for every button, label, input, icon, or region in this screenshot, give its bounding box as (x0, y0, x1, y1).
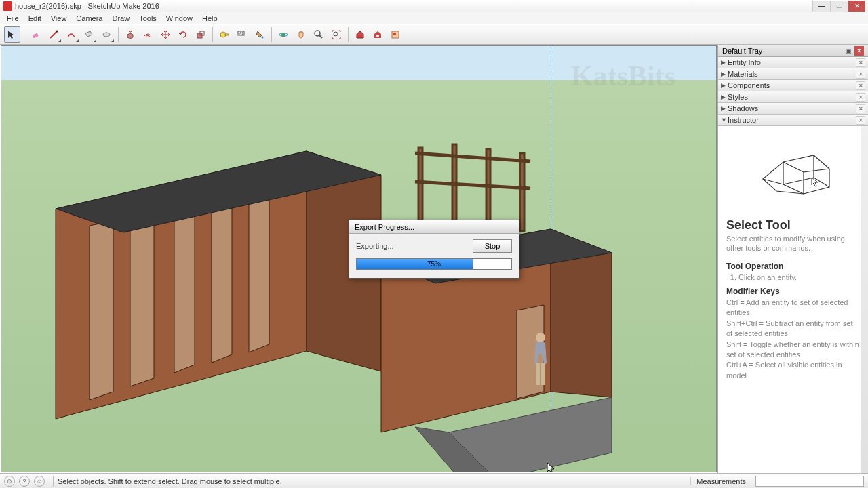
watermark: KatsBits (571, 60, 675, 92)
panel-close-icon[interactable]: ✕ (856, 116, 865, 125)
menu-file[interactable]: File (3, 14, 23, 23)
menu-tools[interactable]: Tools (135, 14, 161, 23)
instructor-subtitle: Select entities to modify when using oth… (726, 234, 860, 253)
export-dialog: Export Progress... Exporting... Stop 75% (349, 220, 519, 279)
main-area: KatsBits (0, 45, 868, 473)
svg-point-37 (536, 333, 545, 342)
panel-close-icon[interactable]: ✕ (856, 104, 865, 113)
offset-tool[interactable] (140, 26, 156, 43)
svg-point-14 (376, 35, 379, 37)
measurements-label: Measurements (690, 477, 751, 485)
scale-tool[interactable] (193, 26, 209, 43)
pin-icon[interactable]: ▣ (846, 47, 852, 54)
zoom-tool[interactable] (311, 26, 327, 43)
tray-close-icon[interactable]: ✕ (854, 46, 864, 56)
svg-marker-24 (212, 194, 232, 363)
paint-tool[interactable] (252, 26, 268, 43)
status-hint: Select objects. Shift to extend select. … (58, 477, 690, 485)
svg-rect-0 (33, 33, 39, 38)
modifier-line: Ctrl = Add an entity to set of selected … (726, 298, 860, 319)
svg-rect-6 (225, 34, 229, 35)
svg-line-35 (415, 182, 530, 188)
extension-warehouse-tool[interactable] (370, 26, 386, 43)
modifier-line: Shift = Toggle whether an entity is with… (726, 340, 860, 361)
svg-point-13 (334, 32, 338, 36)
window-title: house_r2(2016).skp - SketchUp Make 2016 (15, 2, 812, 10)
svg-marker-23 (174, 202, 195, 373)
user-icon[interactable]: ☺ (34, 476, 45, 487)
minimize-button[interactable]: — (812, 1, 830, 12)
stop-button[interactable]: Stop (473, 239, 512, 253)
title-bar: house_r2(2016).skp - SketchUp Make 2016 … (0, 0, 868, 12)
instructor-illustration (726, 145, 860, 199)
panel-close-icon[interactable]: ✕ (856, 58, 865, 67)
arc-tool[interactable] (63, 26, 79, 43)
pushpull-tool[interactable] (122, 26, 138, 43)
menu-bar: FileEditViewCameraDrawToolsWindowHelp (0, 12, 868, 24)
move-tool[interactable] (157, 26, 174, 43)
modifiers-heading: Modifier Keys (726, 287, 860, 296)
panel-components[interactable]: ▶Components✕ (718, 80, 868, 92)
progress-bar: 75% (356, 258, 512, 270)
svg-rect-16 (393, 33, 396, 35)
svg-rect-38 (536, 363, 540, 385)
text-tool[interactable]: A1 (234, 26, 250, 43)
panel-styles[interactable]: ▶Styles✕ (718, 92, 868, 103)
info-icon[interactable]: ? (19, 476, 30, 487)
modifier-line: Shift+Ctrl = Subtract an entity from set… (726, 319, 860, 340)
default-tray: Default Tray ▣ ✕ ▶Entity Info✕▶Materials… (717, 45, 868, 473)
app-icon (3, 1, 12, 11)
circle-tool[interactable] (98, 26, 115, 43)
tray-header[interactable]: Default Tray ▣ ✕ (718, 45, 868, 57)
maximize-button[interactable]: ▭ (830, 1, 848, 12)
panel-instructor[interactable]: ▼Instructor✕ (718, 115, 868, 126)
window-controls: — ▭ ✕ (812, 1, 865, 12)
svg-marker-25 (249, 186, 269, 352)
svg-rect-33 (520, 153, 524, 231)
instructor-panel-body: Select Tool Select entities to modify wh… (718, 126, 868, 473)
eraser-tool[interactable] (28, 26, 44, 43)
tray-title: Default Tray (722, 47, 762, 55)
zoom-extents-tool[interactable] (328, 26, 344, 43)
svg-point-9 (262, 36, 264, 38)
panel-shadows[interactable]: ▶Shadows✕ (718, 103, 868, 115)
menu-window[interactable]: Window (162, 14, 197, 23)
select-tool[interactable] (4, 26, 20, 43)
svg-point-12 (315, 30, 320, 36)
menu-draw[interactable]: Draw (108, 14, 134, 23)
rectangle-tool[interactable] (81, 26, 97, 43)
orbit-tool[interactable] (275, 26, 292, 43)
layout-tool[interactable] (387, 26, 403, 43)
panel-materials[interactable]: ▶Materials✕ (718, 68, 868, 80)
rotate-tool[interactable] (175, 26, 191, 43)
warehouse-tool[interactable] (352, 26, 368, 43)
instructor-title: Select Tool (726, 218, 860, 232)
svg-text:A1: A1 (239, 31, 243, 35)
close-button[interactable]: ✕ (848, 1, 865, 12)
svg-marker-21 (90, 221, 113, 400)
menu-help[interactable]: Help (198, 14, 222, 23)
line-tool[interactable] (45, 26, 62, 43)
svg-line-34 (415, 153, 530, 161)
geo-icon[interactable]: ⊙ (4, 476, 15, 487)
status-bar: ⊙ ? ☺ Select objects. Shift to extend se… (0, 473, 868, 488)
panel-close-icon[interactable]: ✕ (856, 70, 865, 79)
svg-point-1 (56, 30, 58, 32)
panel-entity-info[interactable]: ▶Entity Info✕ (718, 57, 868, 68)
dialog-title[interactable]: Export Progress... (349, 220, 519, 234)
panel-close-icon[interactable]: ✕ (856, 81, 865, 90)
operation-item: Click on an entity. (738, 272, 860, 283)
progress-percent: 75% (357, 259, 511, 269)
panel-close-icon[interactable]: ✕ (856, 93, 865, 102)
menu-view[interactable]: View (47, 14, 71, 23)
toolbar: A1 (0, 24, 868, 45)
pan-tool[interactable] (293, 26, 309, 43)
tape-tool[interactable] (216, 26, 233, 43)
svg-rect-39 (541, 363, 545, 385)
menu-camera[interactable]: Camera (72, 14, 106, 23)
menu-edit[interactable]: Edit (24, 14, 45, 23)
viewport[interactable]: KatsBits (1, 45, 717, 472)
operation-heading: Tool Operation (726, 262, 860, 271)
measurements-input[interactable] (755, 476, 864, 487)
svg-marker-22 (130, 211, 154, 386)
